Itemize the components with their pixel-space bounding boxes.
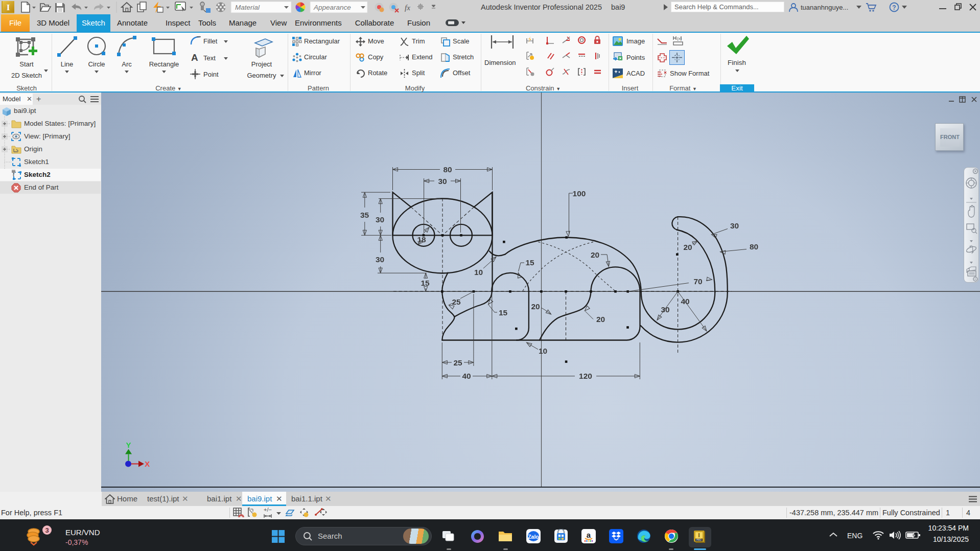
svg-text:X: X bbox=[145, 460, 150, 468]
svg-text:Material: Material bbox=[235, 4, 260, 11]
svg-text:bai9.ipt: bai9.ipt bbox=[14, 107, 36, 114]
svg-text:+/−: +/− bbox=[264, 508, 272, 513]
svg-text:30: 30 bbox=[661, 305, 669, 314]
svg-text:20: 20 bbox=[531, 302, 540, 311]
svg-text:Sketch2: Sketch2 bbox=[24, 171, 51, 178]
svg-text:3: 3 bbox=[45, 526, 49, 534]
svg-text:fx: fx bbox=[405, 4, 410, 12]
svg-text:PRO: PRO bbox=[696, 539, 702, 541]
svg-text:80: 80 bbox=[443, 165, 452, 174]
svg-text:30: 30 bbox=[438, 177, 447, 186]
svg-text:?: ? bbox=[892, 4, 896, 11]
svg-text:I: I bbox=[7, 3, 10, 12]
svg-text:20: 20 bbox=[596, 315, 605, 324]
svg-text:Origin: Origin bbox=[24, 145, 42, 153]
svg-text:20: 20 bbox=[683, 243, 692, 251]
svg-text:40: 40 bbox=[681, 297, 689, 306]
svg-text:Sketch1: Sketch1 bbox=[24, 158, 49, 166]
svg-text:View: [Primary]: View: [Primary] bbox=[24, 132, 71, 140]
svg-text:Y: Y bbox=[126, 441, 131, 449]
svg-text:30: 30 bbox=[376, 255, 384, 264]
svg-text:20: 20 bbox=[591, 250, 599, 259]
svg-text:Appearance: Appearance bbox=[313, 4, 351, 11]
svg-text:30: 30 bbox=[376, 215, 384, 224]
svg-text:15: 15 bbox=[525, 258, 534, 267]
svg-text:Model States: [Primary]: Model States: [Primary] bbox=[24, 120, 96, 127]
svg-text:25: 25 bbox=[452, 297, 461, 306]
svg-text:100: 100 bbox=[573, 189, 586, 198]
svg-text:End of Part: End of Part bbox=[24, 183, 59, 191]
svg-text:a: a bbox=[587, 531, 591, 539]
svg-text:120: 120 bbox=[579, 372, 592, 380]
svg-text:18: 18 bbox=[417, 235, 426, 244]
svg-text:15: 15 bbox=[499, 308, 508, 317]
svg-text:40: 40 bbox=[462, 372, 471, 380]
svg-text:30: 30 bbox=[730, 221, 739, 230]
svg-text:80: 80 bbox=[750, 242, 758, 251]
svg-text:I: I bbox=[698, 532, 699, 538]
svg-text:15: 15 bbox=[421, 279, 430, 287]
svg-text:25: 25 bbox=[453, 358, 462, 367]
svg-text:Zalo: Zalo bbox=[528, 534, 539, 540]
svg-text:35: 35 bbox=[360, 211, 369, 219]
svg-text:70: 70 bbox=[693, 277, 702, 286]
svg-text:10: 10 bbox=[474, 268, 483, 277]
svg-text:10: 10 bbox=[539, 347, 547, 355]
